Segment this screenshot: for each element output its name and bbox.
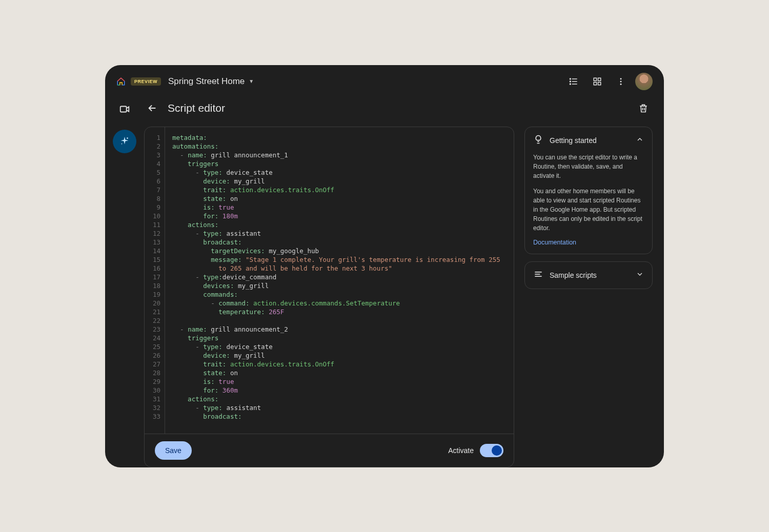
body: Script editor 1 2 3 4 5 6 7 8 9 10 11 12… (105, 96, 664, 467)
svg-point-4 (570, 81, 571, 82)
svg-rect-9 (598, 82, 601, 85)
getting-started-header[interactable]: Getting started (533, 134, 644, 147)
lightbulb-icon (533, 134, 543, 147)
list-view-icon[interactable] (564, 72, 583, 91)
editor-footer: Save Activate (145, 434, 514, 467)
grid-view-icon[interactable] (588, 72, 606, 91)
home-selector[interactable]: Spring Street Home ▼ (168, 76, 254, 87)
right-column: Getting started You can use the script e… (524, 127, 653, 467)
getting-started-body: You can use the script editor to write a… (533, 153, 644, 233)
gs-p2: You and other home members will be able … (533, 187, 644, 233)
line-gutter: 1 2 3 4 5 6 7 8 9 10 11 12 13 14 15 16 1… (145, 127, 165, 434)
svg-point-5 (570, 84, 571, 85)
activate-label: Activate (448, 446, 474, 455)
content: Script editor 1 2 3 4 5 6 7 8 9 10 11 12… (144, 96, 664, 467)
svg-rect-13 (120, 106, 127, 112)
svg-point-11 (620, 80, 622, 82)
list-icon (533, 269, 543, 281)
svg-point-14 (127, 137, 128, 139)
documentation-link[interactable]: Documentation (533, 239, 576, 246)
camera-icon[interactable] (114, 99, 135, 119)
code-text[interactable]: metadata: automations: - name: grill ann… (165, 127, 514, 434)
code-area[interactable]: 1 2 3 4 5 6 7 8 9 10 11 12 13 14 15 16 1… (145, 127, 514, 434)
svg-point-10 (620, 78, 622, 79)
more-vert-icon[interactable] (612, 72, 630, 91)
page-header: Script editor (144, 96, 653, 127)
topbar: PREVIEW Spring Street Home ▼ (105, 65, 664, 96)
getting-started-title: Getting started (550, 136, 630, 145)
sparkle-icon[interactable] (113, 130, 136, 153)
sample-scripts-header[interactable]: Sample scripts (533, 269, 644, 281)
svg-rect-8 (594, 82, 596, 85)
activate-toggle[interactable] (480, 444, 503, 457)
avatar[interactable] (635, 73, 653, 90)
page-title: Script editor (168, 102, 627, 114)
page-row: 1 2 3 4 5 6 7 8 9 10 11 12 13 14 15 16 1… (144, 127, 653, 467)
back-icon[interactable] (144, 100, 160, 116)
chevron-up-icon (636, 135, 644, 146)
sample-scripts-card: Sample scripts (524, 261, 653, 289)
svg-point-12 (620, 83, 622, 85)
gs-p1: You can use the script editor to write a… (533, 153, 644, 180)
google-home-logo-icon[interactable] (116, 77, 126, 86)
sidebar (105, 96, 144, 467)
editor-panel: 1 2 3 4 5 6 7 8 9 10 11 12 13 14 15 16 1… (144, 127, 514, 467)
trash-icon[interactable] (634, 99, 653, 117)
svg-point-3 (570, 78, 571, 79)
toggle-knob (492, 445, 502, 456)
getting-started-card: Getting started You can use the script e… (524, 127, 653, 254)
chevron-down-icon: ▼ (249, 78, 254, 84)
svg-rect-6 (594, 78, 596, 80)
svg-point-15 (122, 143, 123, 144)
preview-badge: PREVIEW (131, 77, 161, 86)
svg-rect-7 (598, 78, 601, 80)
home-name: Spring Street Home (168, 76, 245, 87)
app-window: PREVIEW Spring Street Home ▼ (105, 65, 664, 467)
sample-scripts-title: Sample scripts (550, 271, 630, 279)
chevron-down-icon (636, 270, 644, 280)
save-button[interactable]: Save (155, 441, 192, 460)
